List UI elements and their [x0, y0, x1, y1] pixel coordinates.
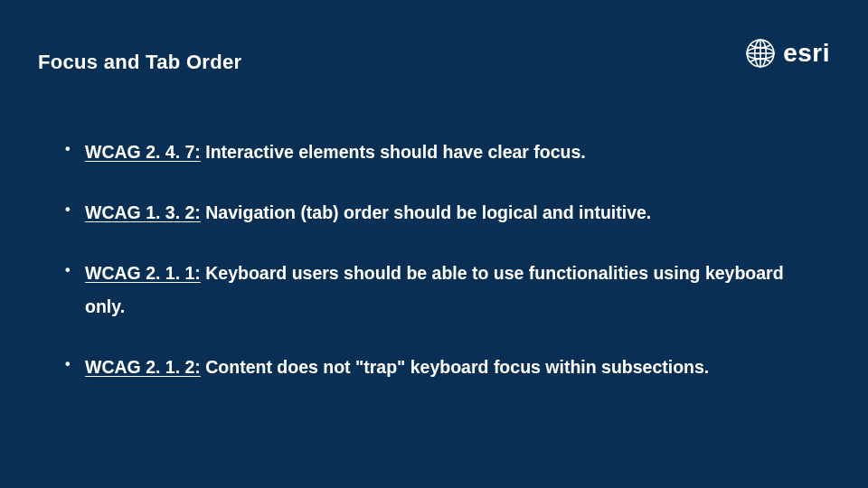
slide-title: Focus and Tab Order [38, 51, 241, 74]
bullet-text: Content does not "trap" keyboard focus w… [201, 357, 709, 377]
bullet-list: WCAG 2. 4. 7: Interactive elements shoul… [63, 136, 814, 384]
wcag-link[interactable]: WCAG 2. 4. 7: [85, 142, 201, 162]
brand-logo: esri [745, 38, 830, 69]
wcag-link[interactable]: WCAG 2. 1. 1: [85, 263, 201, 283]
bullet-text: Navigation (tab) order should be logical… [201, 202, 651, 222]
wcag-link[interactable]: WCAG 1. 3. 2: [85, 202, 201, 222]
brand-logo-text: esri [783, 39, 830, 68]
slide-content: WCAG 2. 4. 7: Interactive elements shoul… [63, 136, 814, 411]
list-item: WCAG 1. 3. 2: Navigation (tab) order sho… [63, 196, 814, 230]
globe-icon [745, 38, 776, 69]
wcag-link[interactable]: WCAG 2. 1. 2: [85, 357, 201, 377]
bullet-text: Interactive elements should have clear f… [201, 142, 586, 162]
list-item: WCAG 2. 1. 1: Keyboard users should be a… [63, 257, 814, 324]
slide: Focus and Tab Order esri WCAG 2. 4. 7: I… [0, 0, 868, 488]
list-item: WCAG 2. 1. 2: Content does not "trap" ke… [63, 351, 814, 384]
list-item: WCAG 2. 4. 7: Interactive elements shoul… [63, 136, 814, 169]
